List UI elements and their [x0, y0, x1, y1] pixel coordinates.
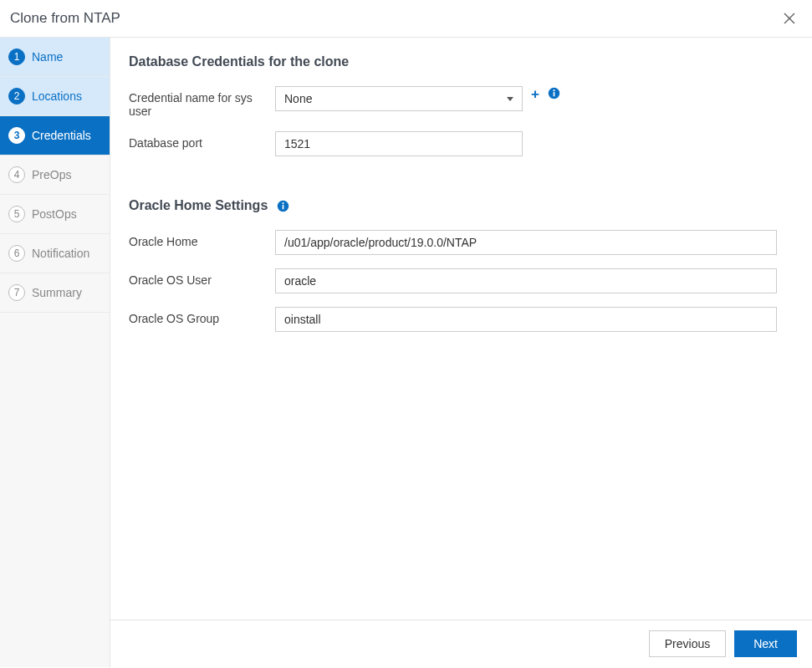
next-button[interactable]: Next: [734, 630, 797, 657]
wizard-step-notification[interactable]: 6Notification: [0, 234, 110, 273]
step-label: Notification: [32, 247, 89, 260]
info-icon[interactable]: [548, 86, 561, 99]
step-number: 1: [8, 48, 25, 65]
wizard-step-summary[interactable]: 7Summary: [0, 273, 110, 313]
add-credential-icon[interactable]: +: [531, 86, 539, 103]
info-icon[interactable]: [276, 199, 289, 212]
oracle-os-user-input[interactable]: [275, 268, 777, 293]
label-credential-name: Credential name for sys user: [129, 86, 275, 118]
wizard-step-preops[interactable]: 4PreOps: [0, 156, 110, 195]
step-label: Name: [32, 50, 63, 64]
page-title: Clone from NTAP: [10, 10, 120, 27]
section-title-oracle-home: Oracle Home Settings: [129, 198, 268, 213]
credential-name-select[interactable]: None: [275, 86, 523, 111]
section-title-credentials: Database Credentials for the clone: [129, 54, 794, 69]
step-number: 6: [8, 245, 25, 262]
step-number: 2: [8, 88, 25, 105]
step-label: Locations: [32, 89, 82, 103]
wizard-step-postops[interactable]: 5PostOps: [0, 195, 110, 234]
wizard-step-credentials[interactable]: 3Credentials: [0, 116, 110, 156]
credential-name-value: None: [284, 92, 312, 105]
step-label: PostOps: [32, 207, 77, 221]
step-label: Summary: [32, 286, 82, 299]
database-port-input[interactable]: [275, 131, 523, 156]
step-number: 3: [8, 127, 25, 144]
close-icon[interactable]: [782, 11, 797, 26]
oracle-os-group-input[interactable]: [275, 307, 777, 332]
wizard-step-locations[interactable]: 2Locations: [0, 77, 110, 116]
wizard-steps: 1Name2Locations3Credentials4PreOps5PostO…: [0, 38, 110, 667]
svg-rect-6: [282, 205, 283, 209]
svg-point-7: [282, 202, 283, 204]
chevron-down-icon: [507, 97, 513, 101]
step-number: 7: [8, 284, 25, 301]
label-database-port: Database port: [129, 131, 275, 150]
svg-point-4: [554, 89, 555, 91]
wizard-step-name[interactable]: 1Name: [0, 38, 110, 77]
step-label: Credentials: [32, 129, 91, 142]
svg-rect-3: [554, 92, 555, 96]
label-oracle-os-group: Oracle OS Group: [129, 307, 275, 325]
label-oracle-home: Oracle Home: [129, 230, 275, 248]
label-oracle-os-user: Oracle OS User: [129, 268, 275, 287]
step-number: 5: [8, 206, 25, 222]
oracle-home-input[interactable]: [275, 230, 777, 255]
step-label: PreOps: [32, 168, 71, 181]
step-number: 4: [8, 166, 25, 183]
previous-button[interactable]: Previous: [649, 630, 726, 657]
